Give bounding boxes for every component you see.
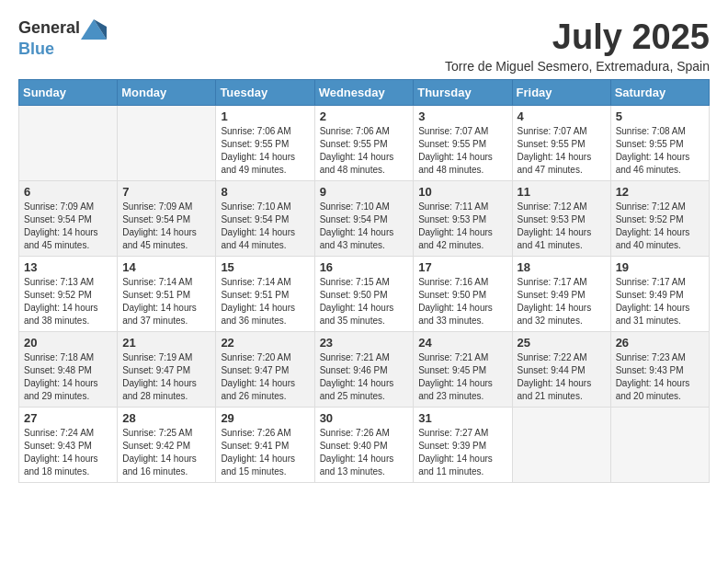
day-number: 4 (518, 109, 606, 123)
day-info: Sunrise: 7:08 AM Sunset: 9:55 PM Dayligh… (616, 125, 704, 177)
day-info: Sunrise: 7:25 AM Sunset: 9:42 PM Dayligh… (122, 427, 210, 478)
day-info: Sunrise: 7:17 AM Sunset: 9:49 PM Dayligh… (616, 276, 704, 327)
calendar-week-3: 13Sunrise: 7:13 AM Sunset: 9:52 PM Dayli… (19, 256, 710, 331)
day-info: Sunrise: 7:24 AM Sunset: 9:43 PM Dayligh… (24, 427, 112, 478)
day-number: 26 (616, 336, 704, 350)
day-number: 5 (616, 109, 704, 123)
logo-blue: Blue (18, 40, 54, 58)
day-number: 25 (518, 336, 606, 350)
day-info: Sunrise: 7:14 AM Sunset: 9:51 PM Dayligh… (122, 276, 210, 327)
col-friday: Friday (512, 79, 610, 105)
day-info: Sunrise: 7:10 AM Sunset: 9:54 PM Dayligh… (320, 201, 409, 252)
calendar-cell-w2-d3: 8Sunrise: 7:10 AM Sunset: 9:54 PM Daylig… (216, 180, 314, 256)
calendar-cell-w3-d2: 14Sunrise: 7:14 AM Sunset: 9:51 PM Dayli… (118, 256, 216, 331)
day-number: 23 (320, 336, 409, 350)
calendar-cell-w5-d6 (512, 407, 610, 482)
day-number: 10 (418, 185, 506, 199)
col-sunday: Sunday (19, 79, 118, 105)
day-number: 17 (418, 260, 506, 274)
calendar-cell-w2-d6: 11Sunrise: 7:12 AM Sunset: 9:53 PM Dayli… (512, 180, 610, 256)
day-number: 13 (24, 260, 112, 274)
day-info: Sunrise: 7:22 AM Sunset: 9:44 PM Dayligh… (518, 351, 606, 403)
calendar-cell-w3-d6: 18Sunrise: 7:17 AM Sunset: 9:49 PM Dayli… (512, 256, 610, 331)
day-info: Sunrise: 7:07 AM Sunset: 9:55 PM Dayligh… (518, 125, 606, 177)
calendar-table: Sunday Monday Tuesday Wednesday Thursday… (18, 79, 710, 483)
day-number: 18 (518, 260, 606, 274)
day-info: Sunrise: 7:21 AM Sunset: 9:45 PM Dayligh… (418, 351, 506, 403)
calendar-cell-w5-d2: 28Sunrise: 7:25 AM Sunset: 9:42 PM Dayli… (118, 407, 216, 482)
day-number: 14 (122, 260, 210, 274)
col-thursday: Thursday (414, 79, 512, 105)
calendar-cell-w4-d1: 20Sunrise: 7:18 AM Sunset: 9:48 PM Dayli… (19, 331, 118, 407)
col-tuesday: Tuesday (216, 79, 314, 105)
calendar-header-row: Sunday Monday Tuesday Wednesday Thursday… (19, 79, 710, 105)
calendar-cell-w4-d3: 22Sunrise: 7:20 AM Sunset: 9:47 PM Dayli… (216, 331, 314, 407)
day-info: Sunrise: 7:23 AM Sunset: 9:43 PM Dayligh… (616, 351, 704, 403)
day-info: Sunrise: 7:18 AM Sunset: 9:48 PM Dayligh… (24, 351, 112, 403)
day-info: Sunrise: 7:27 AM Sunset: 9:39 PM Dayligh… (418, 427, 506, 478)
calendar-cell-w1-d1 (19, 105, 118, 180)
calendar-week-1: 1Sunrise: 7:06 AM Sunset: 9:55 PM Daylig… (19, 105, 710, 180)
calendar-cell-w2-d5: 10Sunrise: 7:11 AM Sunset: 9:53 PM Dayli… (414, 180, 512, 256)
calendar-cell-w1-d4: 2Sunrise: 7:06 AM Sunset: 9:55 PM Daylig… (314, 105, 414, 180)
day-info: Sunrise: 7:17 AM Sunset: 9:49 PM Dayligh… (518, 276, 606, 327)
day-number: 11 (518, 185, 606, 199)
page-header: General Blue July 2025 Torre de Miguel S… (18, 18, 710, 74)
day-info: Sunrise: 7:20 AM Sunset: 9:47 PM Dayligh… (221, 351, 309, 403)
day-number: 3 (418, 109, 506, 123)
day-number: 1 (221, 109, 309, 123)
location-title: Torre de Miguel Sesmero, Extremadura, Sp… (445, 59, 710, 74)
calendar-week-2: 6Sunrise: 7:09 AM Sunset: 9:54 PM Daylig… (19, 180, 710, 256)
day-number: 22 (221, 336, 309, 350)
calendar-cell-w1-d7: 5Sunrise: 7:08 AM Sunset: 9:55 PM Daylig… (610, 105, 709, 180)
calendar-cell-w1-d6: 4Sunrise: 7:07 AM Sunset: 9:55 PM Daylig… (512, 105, 610, 180)
day-info: Sunrise: 7:26 AM Sunset: 9:41 PM Dayligh… (221, 427, 309, 478)
calendar-cell-w4-d2: 21Sunrise: 7:19 AM Sunset: 9:47 PM Dayli… (118, 331, 216, 407)
calendar-cell-w5-d7 (610, 407, 709, 482)
calendar-cell-w5-d1: 27Sunrise: 7:24 AM Sunset: 9:43 PM Dayli… (19, 407, 118, 482)
day-number: 8 (221, 185, 309, 199)
day-info: Sunrise: 7:07 AM Sunset: 9:55 PM Dayligh… (418, 125, 506, 177)
day-info: Sunrise: 7:12 AM Sunset: 9:53 PM Dayligh… (518, 201, 606, 252)
calendar-cell-w4-d6: 25Sunrise: 7:22 AM Sunset: 9:44 PM Dayli… (512, 331, 610, 407)
col-saturday: Saturday (610, 79, 709, 105)
day-info: Sunrise: 7:21 AM Sunset: 9:46 PM Dayligh… (320, 351, 409, 403)
day-number: 27 (24, 411, 112, 425)
calendar-week-5: 27Sunrise: 7:24 AM Sunset: 9:43 PM Dayli… (19, 407, 710, 482)
day-number: 29 (221, 411, 309, 425)
day-info: Sunrise: 7:06 AM Sunset: 9:55 PM Dayligh… (320, 125, 409, 177)
day-number: 20 (24, 336, 112, 350)
calendar-cell-w2-d7: 12Sunrise: 7:12 AM Sunset: 9:52 PM Dayli… (610, 180, 709, 256)
day-number: 6 (24, 185, 112, 199)
calendar-cell-w2-d2: 7Sunrise: 7:09 AM Sunset: 9:54 PM Daylig… (118, 180, 216, 256)
calendar-cell-w4-d5: 24Sunrise: 7:21 AM Sunset: 9:45 PM Dayli… (414, 331, 512, 407)
calendar-cell-w1-d5: 3Sunrise: 7:07 AM Sunset: 9:55 PM Daylig… (414, 105, 512, 180)
calendar-cell-w3-d1: 13Sunrise: 7:13 AM Sunset: 9:52 PM Dayli… (19, 256, 118, 331)
month-title: July 2025 (445, 18, 710, 57)
calendar-cell-w1-d3: 1Sunrise: 7:06 AM Sunset: 9:55 PM Daylig… (216, 105, 314, 180)
calendar-cell-w2-d1: 6Sunrise: 7:09 AM Sunset: 9:54 PM Daylig… (19, 180, 118, 256)
calendar-cell-w4-d4: 23Sunrise: 7:21 AM Sunset: 9:46 PM Dayli… (314, 331, 414, 407)
title-section: July 2025 Torre de Miguel Sesmero, Extre… (445, 18, 710, 74)
day-number: 15 (221, 260, 309, 274)
day-info: Sunrise: 7:10 AM Sunset: 9:54 PM Dayligh… (221, 201, 309, 252)
day-info: Sunrise: 7:12 AM Sunset: 9:52 PM Dayligh… (616, 201, 704, 252)
calendar-cell-w4-d7: 26Sunrise: 7:23 AM Sunset: 9:43 PM Dayli… (610, 331, 709, 407)
calendar-cell-w5-d3: 29Sunrise: 7:26 AM Sunset: 9:41 PM Dayli… (216, 407, 314, 482)
calendar-cell-w5-d5: 31Sunrise: 7:27 AM Sunset: 9:39 PM Dayli… (414, 407, 512, 482)
calendar-cell-w1-d2 (118, 105, 216, 180)
day-number: 19 (616, 260, 704, 274)
day-info: Sunrise: 7:19 AM Sunset: 9:47 PM Dayligh… (122, 351, 210, 403)
calendar-cell-w3-d4: 16Sunrise: 7:15 AM Sunset: 9:50 PM Dayli… (314, 256, 414, 331)
day-number: 12 (616, 185, 704, 199)
day-number: 16 (320, 260, 409, 274)
calendar-cell-w3-d5: 17Sunrise: 7:16 AM Sunset: 9:50 PM Dayli… (414, 256, 512, 331)
day-number: 9 (320, 185, 409, 199)
day-number: 7 (122, 185, 210, 199)
day-number: 28 (122, 411, 210, 425)
day-info: Sunrise: 7:15 AM Sunset: 9:50 PM Dayligh… (320, 276, 409, 327)
col-monday: Monday (118, 79, 216, 105)
day-number: 30 (320, 411, 409, 425)
logo-text: General Blue (18, 18, 108, 59)
day-info: Sunrise: 7:13 AM Sunset: 9:52 PM Dayligh… (24, 276, 112, 327)
